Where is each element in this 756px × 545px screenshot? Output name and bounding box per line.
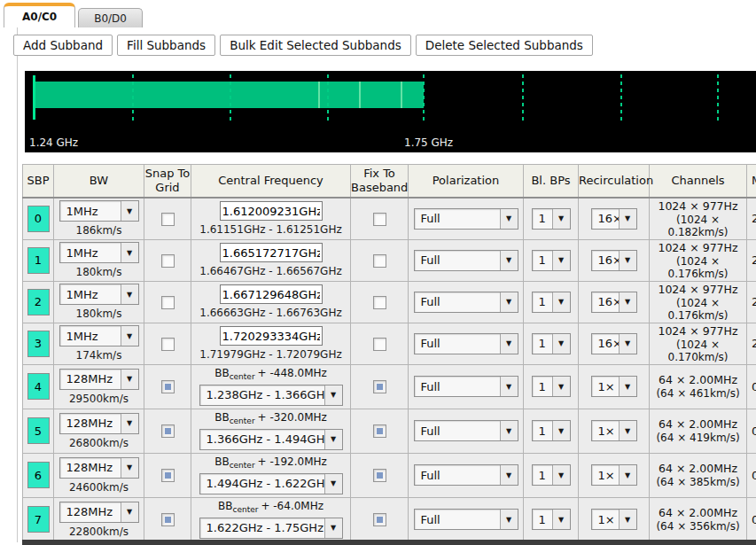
frequency-range-select[interactable]: 1.366GHz - 1.494GHz▼ <box>199 429 343 450</box>
chevron-down-icon: ▼ <box>500 377 518 396</box>
recirculation-select[interactable]: 16×▼ <box>591 333 637 354</box>
bw-select[interactable]: 128MHz▼ <box>59 413 139 434</box>
fix-to-baseband-checkbox[interactable] <box>373 424 386 438</box>
snap-to-grid-checkbox[interactable] <box>161 338 175 351</box>
chevron-down-icon: ▼ <box>619 377 636 396</box>
chevron-down-icon: ▼ <box>121 414 138 433</box>
sbp-badge[interactable]: 7 <box>27 506 50 533</box>
sbp-badge[interactable]: 5 <box>27 417 50 444</box>
sbp-badge[interactable]: 4 <box>27 373 50 400</box>
chevron-down-icon: ▼ <box>324 430 342 449</box>
fix-to-baseband-checkbox[interactable] <box>373 513 386 526</box>
clipped-cell: 2 <box>747 323 756 364</box>
recirculation-select[interactable]: 1×▼ <box>591 420 637 441</box>
grid-line <box>230 74 231 121</box>
snap-to-grid-checkbox[interactable] <box>161 380 175 393</box>
snap-to-grid-checkbox[interactable] <box>161 469 175 482</box>
frequency-spectrum[interactable]: 1.24 GHz 1.75 GHz <box>25 71 756 152</box>
blbps-select[interactable]: 1▼ <box>532 250 571 271</box>
bw-select[interactable]: 1MHz▼ <box>59 284 139 305</box>
chevron-down-icon: ▼ <box>121 201 138 221</box>
fix-to-baseband-checkbox[interactable] <box>373 338 386 351</box>
polarization-select[interactable]: Full▼ <box>414 292 518 313</box>
recirculation-select[interactable]: 1×▼ <box>591 464 637 486</box>
bw-select[interactable]: 1MHz▼ <box>59 200 139 222</box>
central-frequency-input[interactable] <box>220 243 323 262</box>
polarization-select[interactable]: Full▼ <box>414 376 518 397</box>
sbp-badge[interactable]: 6 <box>27 462 50 488</box>
chevron-down-icon: ▼ <box>552 209 570 229</box>
narrow-subband-marker <box>318 82 320 108</box>
bulk-edit-selected-subbands-button[interactable]: Bulk Edit Selected Subbands <box>220 35 411 56</box>
snap-to-grid-checkbox[interactable] <box>161 296 175 309</box>
blbps-select[interactable]: 1▼ <box>532 464 571 486</box>
frequency-range-select[interactable]: 1.238GHz - 1.366GHz▼ <box>199 385 343 406</box>
fix-to-baseband-checkbox[interactable] <box>373 296 386 309</box>
bb-offset-label: BBcenter+ -448.0MHz <box>191 367 350 381</box>
polarization-select[interactable]: Full▼ <box>414 208 518 230</box>
snap-to-grid-checkbox[interactable] <box>161 213 175 226</box>
recirculation-select[interactable]: 16×▼ <box>591 292 637 313</box>
sbp-badge[interactable]: 0 <box>27 206 50 232</box>
blbps-select[interactable]: 1▼ <box>532 420 571 441</box>
fix-to-baseband-checkbox[interactable] <box>373 213 386 226</box>
sbp-badge[interactable]: 2 <box>27 289 50 315</box>
polarization-select[interactable]: Full▼ <box>414 250 518 271</box>
recirculation-select[interactable]: 1×▼ <box>591 509 637 530</box>
bw-select[interactable]: 128MHz▼ <box>59 502 139 523</box>
recirculation-select[interactable]: 16×▼ <box>591 250 637 271</box>
blbps-select[interactable]: 1▼ <box>532 292 571 313</box>
bw-select[interactable]: 128MHz▼ <box>59 369 139 390</box>
tab-b0d0[interactable]: B0/D0 <box>78 8 143 27</box>
fix-to-baseband-checkbox[interactable] <box>373 469 386 482</box>
snap-to-grid-checkbox[interactable] <box>161 254 175 268</box>
central-frequency-input[interactable] <box>220 284 323 304</box>
clipped-cell: 0 <box>747 364 756 409</box>
blbps-select[interactable]: 1▼ <box>532 333 571 354</box>
fix-to-baseband-checkbox[interactable] <box>373 254 386 268</box>
chevron-down-icon: ▼ <box>552 377 570 396</box>
frequency-range-select[interactable]: 1.622GHz - 1.75GHz▼ <box>199 518 343 539</box>
blbps-select[interactable]: 1▼ <box>532 208 571 230</box>
clipped-cell: 2 <box>747 198 756 239</box>
chevron-down-icon: ▼ <box>121 502 138 522</box>
blbps-select[interactable]: 1▼ <box>532 376 571 397</box>
table-row: 7 128MHz▼22800km/s BBcenter+ -64.0MHz1.6… <box>23 497 756 541</box>
chevron-down-icon: ▼ <box>121 284 138 304</box>
bb-offset-label: BBcenter+ -192.0MHz <box>191 455 350 470</box>
blbps-select[interactable]: 1▼ <box>532 509 571 530</box>
spectrum-end-label: 1.75 GHz <box>404 136 453 149</box>
sbp-badge[interactable]: 3 <box>27 331 50 357</box>
chevron-down-icon: ▼ <box>121 458 138 478</box>
sbp-badge[interactable]: 1 <box>27 247 50 274</box>
col-header-recirculation: Recirculation <box>579 165 650 199</box>
bw-select[interactable]: 128MHz▼ <box>59 457 139 479</box>
polarization-select[interactable]: Full▼ <box>414 420 518 441</box>
polarization-select[interactable]: Full▼ <box>414 333 518 354</box>
snap-to-grid-checkbox[interactable] <box>161 424 175 438</box>
table-row: 2 1MHz▼180km/s 1.66663GHz - 1.66763GHz F… <box>23 281 756 323</box>
frequency-range-select[interactable]: 1.494GHz - 1.622GHz▼ <box>199 473 343 494</box>
snap-to-grid-checkbox[interactable] <box>161 513 175 526</box>
recirculation-select[interactable]: 16×▼ <box>591 208 637 230</box>
table-row: 3 1MHz▼174km/s 1.71979GHz - 1.72079GHz F… <box>23 323 756 364</box>
chevron-down-icon: ▼ <box>619 334 636 354</box>
velocity-span-label: 29500km/s <box>54 393 144 405</box>
bw-select[interactable]: 1MHz▼ <box>59 325 139 346</box>
add-subband-button[interactable]: Add Subband <box>13 35 113 56</box>
fix-to-baseband-checkbox[interactable] <box>373 380 386 393</box>
chevron-down-icon: ▼ <box>500 421 518 440</box>
delete-selected-subbands-button[interactable]: Delete Selected Subbands <box>416 35 593 56</box>
chevron-down-icon: ▼ <box>324 474 342 494</box>
central-frequency-input[interactable] <box>220 326 323 346</box>
polarization-select[interactable]: Full▼ <box>414 509 518 530</box>
table-row: 1 1MHz▼180km/s 1.66467GHz - 1.66567GHz F… <box>23 239 756 281</box>
bw-select[interactable]: 1MHz▼ <box>59 242 139 263</box>
central-frequency-input[interactable] <box>220 201 323 221</box>
tab-a0c0[interactable]: A0/C0 <box>4 3 75 27</box>
fill-subbands-button[interactable]: Fill Subbands <box>117 35 215 56</box>
polarization-select[interactable]: Full▼ <box>414 464 518 486</box>
next-row-clipped <box>22 540 756 545</box>
chevron-down-icon: ▼ <box>552 251 570 270</box>
recirculation-select[interactable]: 1×▼ <box>591 376 637 397</box>
